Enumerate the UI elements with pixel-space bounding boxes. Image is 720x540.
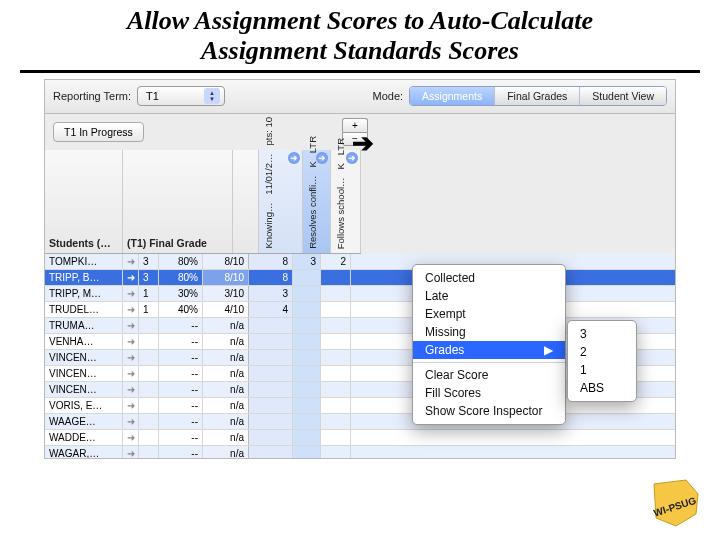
row-expand-icon[interactable]: ➜ xyxy=(123,414,139,429)
standard-1-score[interactable]: 3 xyxy=(293,254,321,269)
standard-2-score[interactable] xyxy=(321,398,351,413)
letter-grade xyxy=(139,334,159,349)
row-expand-icon[interactable]: ➜ xyxy=(123,254,139,269)
mode-final-grades[interactable]: Final Grades xyxy=(495,87,580,105)
row-expand-icon[interactable]: ➜ xyxy=(123,398,139,413)
standard-1-score[interactable] xyxy=(293,318,321,333)
assignment-score[interactable]: 3 xyxy=(249,286,293,301)
student-name: TRUMA… xyxy=(45,318,123,333)
standard-2-score[interactable] xyxy=(321,446,351,459)
row-expand-icon[interactable]: ➜ xyxy=(123,430,139,445)
table-row[interactable]: TRIPP, B…➜380%8/108 xyxy=(45,270,675,286)
submenu-abs[interactable]: ABS xyxy=(568,379,636,397)
standard2-expand-icon[interactable]: ➜ xyxy=(346,152,358,164)
assignment-score[interactable] xyxy=(249,382,293,397)
column-headers: Students (… (T1) Final Grade ➜ Knowing… … xyxy=(45,150,361,254)
header-assignment[interactable]: ➜ Knowing… 11/01/2… pts: 10 xyxy=(259,150,303,253)
row-expand-icon[interactable]: ➜ xyxy=(123,270,139,285)
header-standard-2[interactable]: ➜ Follows school… K LTR xyxy=(331,150,361,253)
letter-grade xyxy=(139,414,159,429)
assignment-score[interactable]: 8 xyxy=(249,254,293,269)
assignment-expand-icon[interactable]: ➜ xyxy=(288,152,300,164)
row-expand-icon[interactable]: ➜ xyxy=(123,350,139,365)
standard-1-score[interactable] xyxy=(293,350,321,365)
standard-1-score[interactable] xyxy=(293,302,321,317)
standard-1-score[interactable] xyxy=(293,382,321,397)
standard-1-score[interactable] xyxy=(293,446,321,459)
header-standard-1[interactable]: ➜ Resolves confli… K LTR xyxy=(303,150,331,253)
standard-2-score[interactable] xyxy=(321,430,351,445)
assignment-score[interactable] xyxy=(249,446,293,459)
student-name: VINCEN… xyxy=(45,366,123,381)
menu-exempt[interactable]: Exempt xyxy=(413,305,565,323)
standard-1-score[interactable] xyxy=(293,286,321,301)
menu-clear-score[interactable]: Clear Score xyxy=(413,366,565,384)
row-expand-icon[interactable]: ➜ xyxy=(123,366,139,381)
standard-1-score[interactable] xyxy=(293,334,321,349)
header-final-grade[interactable]: (T1) Final Grade xyxy=(123,150,233,253)
standard-1-score[interactable] xyxy=(293,366,321,381)
submenu-grade-3[interactable]: 3 xyxy=(568,325,636,343)
table-row[interactable]: TOMPKI…➜380%8/10832 xyxy=(45,254,675,270)
standard-1-score[interactable] xyxy=(293,414,321,429)
table-row[interactable]: TRIPP, M…➜130%3/103 xyxy=(45,286,675,302)
term-status-chip[interactable]: T1 In Progress xyxy=(53,122,144,142)
standard-2-score[interactable] xyxy=(321,302,351,317)
standard-2-score[interactable] xyxy=(321,382,351,397)
menu-score-inspector[interactable]: Show Score Inspector xyxy=(413,402,565,420)
percent: -- xyxy=(159,414,203,429)
table-row[interactable]: WAGAR,…➜--n/a xyxy=(45,446,675,459)
percent: 30% xyxy=(159,286,203,301)
menu-fill-scores[interactable]: Fill Scores xyxy=(413,384,565,402)
fraction: n/a xyxy=(203,382,249,397)
standard-1-score[interactable] xyxy=(293,270,321,285)
table-row[interactable]: TRUDEL…➜140%4/104 xyxy=(45,302,675,318)
row-expand-icon[interactable]: ➜ xyxy=(123,382,139,397)
assignment-score[interactable] xyxy=(249,398,293,413)
fraction: n/a xyxy=(203,318,249,333)
standard-1-score[interactable] xyxy=(293,398,321,413)
standard-2-score[interactable] xyxy=(321,270,351,285)
assignment-score[interactable]: 8 xyxy=(249,270,293,285)
table-row[interactable]: WADDE…➜--n/a xyxy=(45,430,675,446)
assignment-score[interactable] xyxy=(249,350,293,365)
menu-late[interactable]: Late xyxy=(413,287,565,305)
row-expand-icon[interactable]: ➜ xyxy=(123,446,139,459)
letter-grade xyxy=(139,350,159,365)
standard-2-score[interactable]: 2 xyxy=(321,254,351,269)
assignment-score[interactable] xyxy=(249,414,293,429)
menu-missing[interactable]: Missing xyxy=(413,323,565,341)
standard-2-score[interactable] xyxy=(321,366,351,381)
standard-2-score[interactable] xyxy=(321,286,351,301)
submenu-grade-1[interactable]: 1 xyxy=(568,361,636,379)
assignment-score[interactable] xyxy=(249,334,293,349)
assignment-score[interactable] xyxy=(249,318,293,333)
fraction: n/a xyxy=(203,398,249,413)
reporting-term-select[interactable]: T1 ▲▼ xyxy=(137,86,225,106)
menu-collected[interactable]: Collected xyxy=(413,269,565,287)
header-students[interactable]: Students (… xyxy=(45,150,123,253)
row-expand-icon[interactable]: ➜ xyxy=(123,302,139,317)
mode-assignments[interactable]: Assignments xyxy=(410,87,495,105)
standard-2-score[interactable] xyxy=(321,350,351,365)
fraction: n/a xyxy=(203,430,249,445)
mode-student-view[interactable]: Student View xyxy=(580,87,666,105)
standard-2-score[interactable] xyxy=(321,334,351,349)
row-expand-icon[interactable]: ➜ xyxy=(123,318,139,333)
assignment-score[interactable] xyxy=(249,366,293,381)
wi-psug-logo: WI-PSUG xyxy=(646,474,710,534)
table-row[interactable]: WAAGE…➜--n/a xyxy=(45,414,675,430)
row-expand-icon[interactable]: ➜ xyxy=(123,286,139,301)
row-expand-icon[interactable]: ➜ xyxy=(123,334,139,349)
toolbar: Reporting Term: T1 ▲▼ Mode: Assignments … xyxy=(45,80,675,114)
standard-2-score[interactable] xyxy=(321,318,351,333)
menu-grades[interactable]: Grades▶ xyxy=(413,341,565,359)
assignment-score[interactable]: 4 xyxy=(249,302,293,317)
submenu-grade-2[interactable]: 2 xyxy=(568,343,636,361)
assignment-score[interactable] xyxy=(249,430,293,445)
mode-segmented: Assignments Final Grades Student View xyxy=(409,86,667,106)
standard-2-score[interactable] xyxy=(321,414,351,429)
fraction: n/a xyxy=(203,350,249,365)
reporting-term-value: T1 xyxy=(146,90,159,102)
standard-1-score[interactable] xyxy=(293,430,321,445)
